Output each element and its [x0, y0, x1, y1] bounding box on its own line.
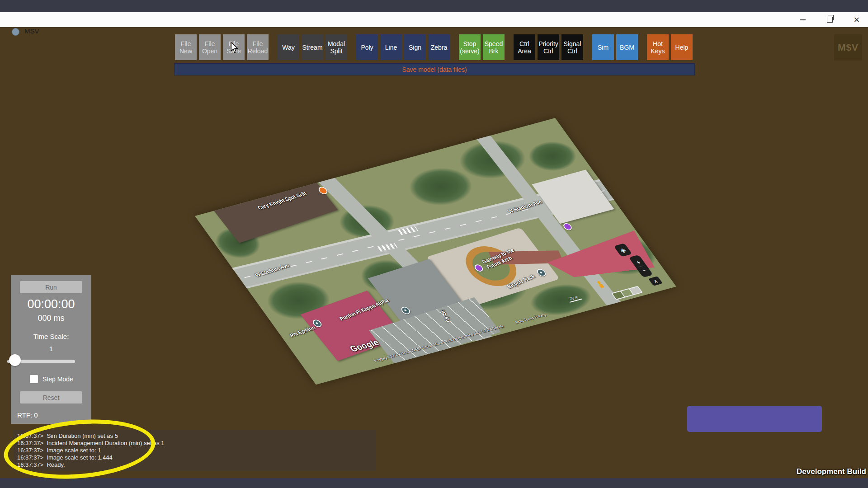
run-button[interactable]: Run	[20, 281, 82, 293]
sim-timer-ms: 000 ms	[11, 314, 91, 323]
toolbar-button-poly[interactable]: Poly	[356, 34, 378, 60]
toolbar-button-priority-ctrl[interactable]: Priority Ctrl	[538, 34, 559, 60]
toolbar-button-bgm[interactable]: BGM	[616, 34, 638, 60]
toolbar-button-way[interactable]: Way	[278, 34, 299, 60]
top-chrome-strip	[0, 0, 868, 12]
app-window: MSV × File New File Open File Save File …	[0, 0, 868, 488]
step-mode-checkbox[interactable]	[30, 375, 38, 383]
zoom-out-icon[interactable]: −	[640, 267, 648, 273]
toolbar-button-sign[interactable]: Sign	[404, 34, 426, 60]
toolbar-button-signal-ctrl[interactable]: Signal Ctrl	[561, 34, 583, 60]
minimize-button[interactable]	[792, 12, 813, 27]
toolbar-button-hot-keys[interactable]: Hot Keys	[647, 34, 669, 60]
toolbar: File New File Open File Save File Reload…	[175, 34, 695, 60]
map-building-restaurant	[212, 176, 338, 243]
toolbar-button-stream[interactable]: Stream	[302, 34, 323, 60]
save-model-label: Save model (data files)	[402, 66, 467, 73]
map-view[interactable]: Cary Knight Spot Grill W Stadium Ave W S…	[195, 118, 676, 385]
bottom-chrome-strip	[0, 478, 868, 488]
toolbar-button-line[interactable]: Line	[380, 34, 402, 60]
window-title: MSV	[24, 27, 39, 35]
rtf-value: RTF: 0	[17, 411, 38, 419]
compass-icon: ◈	[618, 246, 628, 254]
simulation-control-panel: Run 00:00:00 000 ms Time Scale: 1 Step M…	[11, 275, 91, 424]
time-scale-label: Time Scale:	[11, 333, 91, 340]
close-icon: ×	[854, 15, 860, 24]
minimize-icon	[800, 19, 806, 20]
toolbar-button-modal-split[interactable]: Modal Split	[326, 34, 347, 60]
development-build-watermark: Development Build	[797, 467, 866, 476]
attribution-links[interactable]: India Terms Privacy	[514, 312, 547, 324]
title-bar[interactable]: MSV	[0, 12, 868, 27]
toolbar-button-sim[interactable]: Sim	[592, 34, 614, 60]
time-scale-value: 1	[11, 345, 91, 352]
toolbar-button-help[interactable]: Help	[671, 34, 693, 60]
toolbar-button-stop-serve[interactable]: Stop (serve)	[459, 34, 481, 60]
msv-logo: M$V	[834, 34, 862, 61]
toolbar-button-ctrl-area[interactable]: Ctrl Area	[514, 34, 535, 60]
sim-timer: 00:00:00	[11, 297, 91, 311]
toolbar-button-zebra[interactable]: Zebra	[428, 34, 450, 60]
msv-logo-text: M$V	[838, 42, 859, 53]
reset-button[interactable]: Reset	[20, 391, 82, 404]
map-label-phi-epsilon: Phi Epsilon	[288, 324, 317, 338]
toolbar-button-file-reload[interactable]: File Reload	[247, 34, 269, 60]
zoom-in-icon[interactable]: +	[634, 259, 642, 266]
app-icon	[12, 28, 19, 36]
step-mode-label: Step Mode	[42, 375, 73, 383]
chevron-up-icon: ∧	[652, 278, 659, 284]
highlight-ellipse-annotation	[1, 414, 158, 485]
toolbar-button-file-new[interactable]: File New	[175, 34, 197, 60]
toolbar-button-speed-brk[interactable]: Speed Brk	[483, 34, 505, 60]
time-scale-slider-knob[interactable]	[9, 354, 21, 366]
maximize-button[interactable]	[819, 12, 840, 27]
save-model-status-bar[interactable]: Save model (data files)	[174, 63, 695, 75]
toolbar-button-file-open[interactable]: File Open	[199, 34, 221, 60]
mouse-cursor	[230, 42, 240, 53]
maximize-icon	[827, 17, 833, 23]
map-tree	[521, 137, 584, 176]
map-layer-thumbnails[interactable]	[611, 286, 643, 300]
purple-panel[interactable]	[687, 406, 822, 432]
close-button[interactable]: ×	[846, 12, 867, 27]
